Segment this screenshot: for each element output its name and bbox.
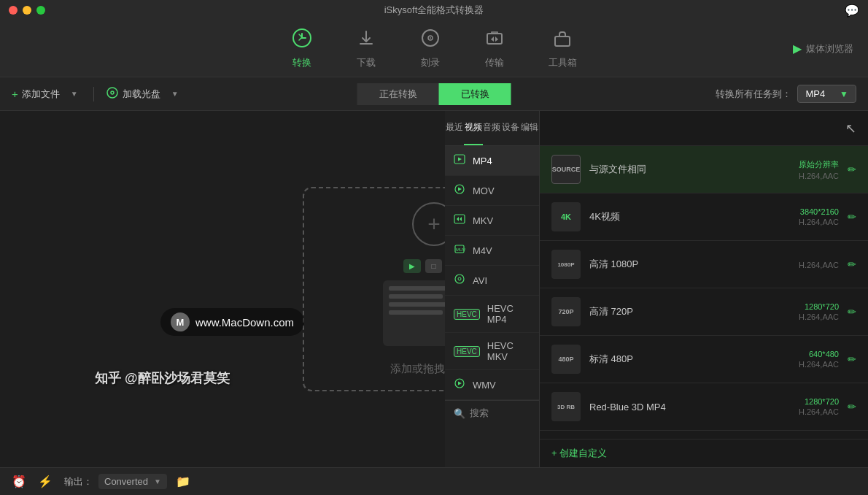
toolbar-divider-1 — [93, 87, 94, 101]
quality-source-res: 原始分辨率 — [799, 159, 839, 170]
quality-3drb-codec: H.264,AAC — [799, 407, 839, 416]
load-disc-button[interactable]: 加载光盘 — [106, 86, 160, 102]
output-value: Converted — [104, 476, 148, 487]
format-item-wmv[interactable]: WMV — [445, 370, 539, 400]
quality-480p-edit-icon[interactable]: ✏ — [848, 353, 856, 365]
nav-convert-label: 转换 — [292, 56, 311, 69]
clock-icon[interactable]: ⏰ — [12, 475, 26, 488]
format-item-avi[interactable]: AVI — [445, 266, 539, 296]
chat-icon[interactable]: 💬 — [845, 4, 859, 18]
format-avi-label: AVI — [473, 275, 487, 286]
output-dropdown[interactable]: Converted ▼ — [98, 474, 167, 489]
format-item-hevc-mp4[interactable]: HEVC HEVC MP4 — [445, 296, 539, 333]
tab-recent[interactable]: 最近 — [445, 111, 464, 145]
wmv-icon — [454, 377, 465, 392]
tab-converted[interactable]: 已转换 — [439, 83, 511, 105]
quality-3drb-edit-icon[interactable]: ✏ — [848, 401, 856, 412]
search-icon: 🔍 — [454, 408, 465, 419]
app-title: iSkysoft全能格式转换器 — [384, 4, 484, 17]
format-dropdown[interactable]: MP4 ▼ — [797, 85, 856, 103]
quality-480p-specs: 640*480 H.264,AAC — [799, 350, 839, 369]
add-file-icon: + — [12, 88, 18, 100]
format-category-tabs: 最近 视频 音频 设备 编辑 — [445, 111, 539, 146]
add-file-dropdown-arrow[interactable]: ▼ — [67, 88, 82, 99]
quality-4k-info: 4K视频 — [589, 210, 790, 223]
quality-source-info: 与源文件相同 — [589, 163, 790, 176]
quality-item-720p[interactable]: 720P 高清 720P 1280*720 H.264,AAC ✏ — [540, 288, 868, 336]
tab-converting[interactable]: 正在转换 — [357, 83, 439, 105]
nav-convert[interactable]: 转换 — [292, 28, 312, 69]
quality-item-source[interactable]: SOURCE 与源文件相同 原始分辨率 H.264,AAC ✏ — [540, 146, 868, 193]
quality-4k-edit-icon[interactable]: ✏ — [848, 211, 856, 223]
quality-source-name: 与源文件相同 — [589, 163, 790, 176]
toolbox-icon — [552, 28, 573, 53]
quality-item-3dlr[interactable]: 3D LR Left-Right 3D MP4 1280*720 H.264,A… — [540, 431, 868, 439]
load-disc-dropdown-arrow[interactable]: ▼ — [168, 88, 182, 99]
svg-point-6 — [107, 88, 117, 98]
format-item-mp4[interactable]: MP4 — [445, 146, 539, 176]
720p-icon: 720P — [551, 297, 581, 326]
format-dropdown-arrow-icon: ▼ — [840, 89, 848, 99]
format-items-scroll: MP4 MOV — [445, 146, 539, 400]
maximize-button[interactable] — [36, 6, 45, 15]
add-file-button[interactable]: + 添加文件 — [12, 88, 60, 101]
cursor-pointer: ↖ — [845, 120, 856, 137]
media-browser-button[interactable]: ▶ 媒体浏览器 — [793, 42, 853, 55]
tab-audio[interactable]: 音频 — [483, 111, 502, 145]
format-value: MP4 — [805, 88, 825, 99]
nav-transfer[interactable]: 传输 — [484, 28, 505, 69]
quality-1080p-edit-icon[interactable]: ✏ — [848, 258, 856, 270]
format-search-button[interactable]: 🔍 搜索 — [445, 400, 539, 426]
format-item-mkv[interactable]: MKV — [445, 206, 539, 236]
add-custom-button[interactable]: + 创建自定义 — [540, 439, 868, 467]
quality-480p-name: 标清 480P — [589, 353, 790, 366]
navbar: 转换 下载 刻录 传输 — [0, 20, 868, 77]
quality-item-480p[interactable]: 480P 标清 480P 640*480 H.264,AAC ✏ — [540, 336, 868, 383]
minimize-button[interactable] — [23, 6, 31, 15]
svg-point-3 — [430, 37, 431, 39]
quality-item-3drb[interactable]: 3D RB Red-Blue 3D MP4 1280*720 H.264,AAC… — [540, 383, 868, 431]
4k-icon: 4K — [551, 202, 581, 231]
bolt-icon[interactable]: ⚡ — [38, 475, 53, 488]
quality-3drb-specs: 1280*720 H.264,AAC — [799, 397, 839, 416]
quality-720p-edit-icon[interactable]: ✏ — [848, 306, 856, 318]
format-item-m4v[interactable]: MUV M4V — [445, 236, 539, 266]
close-button[interactable] — [9, 6, 18, 15]
quality-source-codec: H.264,AAC — [799, 172, 839, 180]
quality-720p-name: 高清 720P — [589, 305, 790, 318]
tab-audio-label: 音频 — [483, 121, 500, 134]
nav-download[interactable]: 下载 — [356, 28, 376, 69]
quality-source-edit-icon[interactable]: ✏ — [848, 164, 856, 175]
quality-3drb-name: Red-Blue 3D MP4 — [589, 402, 790, 412]
quality-item-4k[interactable]: 4K 4K视频 3840*2160 H.264,AAC ✏ — [540, 193, 868, 241]
tab-recent-label: 最近 — [446, 121, 463, 134]
format-list: 最近 视频 音频 设备 编辑 — [445, 111, 540, 467]
nav-toolbox[interactable]: 工具箱 — [549, 28, 577, 69]
tab-video[interactable]: 视频 — [464, 111, 483, 145]
nav-burn[interactable]: 刻录 — [420, 28, 441, 69]
window-buttons[interactable] — [9, 6, 45, 15]
convert-all-label: 转换所有任务到： — [716, 88, 791, 101]
folder-icon[interactable]: 📁 — [176, 475, 190, 488]
avi-icon — [454, 273, 465, 288]
nav-toolbox-label: 工具箱 — [549, 56, 577, 69]
source-icon: SOURCE — [551, 155, 581, 184]
nav-download-label: 下载 — [357, 56, 376, 69]
quality-4k-specs: 3840*2160 H.264,AAC — [799, 207, 839, 226]
tab-edit[interactable]: 编辑 — [520, 111, 539, 145]
nav-transfer-label: 传输 — [485, 56, 504, 69]
tab-device[interactable]: 设备 — [501, 111, 520, 145]
format-item-mov[interactable]: MOV — [445, 176, 539, 206]
quality-item-1080p[interactable]: 1080P 高清 1080P H.264,AAC ✏ — [540, 241, 868, 288]
quality-4k-codec: H.264,AAC — [799, 218, 839, 226]
format-wmv-label: WMV — [473, 380, 496, 391]
quality-3drb-info: Red-Blue 3D MP4 — [589, 402, 790, 412]
add-custom-label: + 创建自定义 — [551, 447, 607, 460]
format-item-hevc-mkv[interactable]: HEVC HEVC MKV — [445, 333, 539, 370]
format-hevc-mkv-label: HEVC MKV — [487, 340, 530, 362]
output-dropdown-arrow-icon: ▼ — [154, 477, 161, 486]
quality-source-specs: 原始分辨率 H.264,AAC — [799, 159, 839, 180]
quality-720p-codec: H.264,AAC — [799, 312, 839, 321]
quality-1080p-codec: H.264,AAC — [799, 261, 839, 269]
tab-device-label: 设备 — [502, 121, 519, 134]
